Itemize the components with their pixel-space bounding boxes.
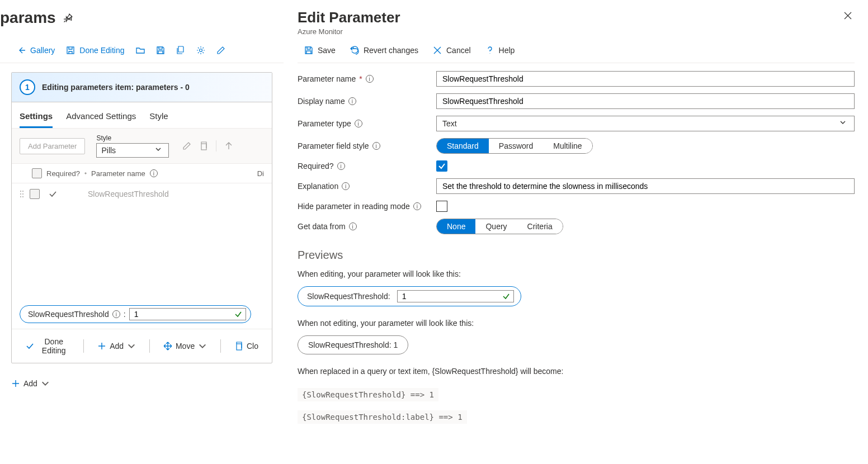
check-icon (25, 342, 34, 351)
label-get-data: Get data from (298, 222, 346, 231)
folder-open-icon (136, 46, 145, 55)
style-select[interactable]: Pills (96, 143, 169, 158)
chevron-down-icon (155, 146, 164, 155)
help-icon (485, 46, 494, 55)
drag-handle-icon[interactable] (20, 190, 25, 198)
checkmark-icon (502, 292, 510, 300)
get-data-group: None Query Criteria (436, 219, 563, 234)
save-icon-button[interactable] (150, 42, 171, 58)
done-editing-footer-button[interactable]: Done Editing (20, 335, 76, 357)
preview-nonediting-text: SlowRequestThreshold: 1 (308, 340, 398, 349)
pencil-icon-button[interactable] (211, 42, 231, 58)
floppy-icon (304, 46, 313, 55)
row-checkbox[interactable] (30, 189, 40, 199)
required-star: * (359, 74, 362, 83)
svg-rect-2 (201, 144, 206, 150)
close-icon (433, 46, 442, 55)
panel-title: Edit Parameter (298, 9, 400, 26)
chevron-down-icon (41, 379, 50, 388)
add-footer-button[interactable]: Add (92, 339, 141, 353)
copy-icon (234, 342, 243, 351)
add-parameter-button[interactable]: Add Parameter (20, 138, 85, 154)
label-param-type: Parameter type (298, 119, 351, 128)
help-button[interactable]: Help (479, 44, 522, 57)
hide-checkbox[interactable] (436, 201, 447, 212)
open-icon-button[interactable] (130, 42, 150, 58)
add-bottom-label: Add (23, 379, 37, 388)
gear-icon-button[interactable] (191, 42, 211, 58)
info-icon: i (413, 202, 421, 210)
add-bottom-button[interactable]: Add (11, 377, 55, 390)
save-label: Save (318, 46, 336, 55)
field-style-standard[interactable]: Standard (437, 139, 489, 153)
chevron-down-icon (127, 342, 136, 351)
tab-settings[interactable]: Settings (20, 109, 53, 128)
svg-rect-0 (67, 47, 74, 54)
undo-icon (350, 46, 359, 55)
svg-point-5 (22, 191, 23, 192)
gear-icon (196, 46, 205, 55)
get-data-none[interactable]: None (437, 219, 475, 234)
checkmark-icon (234, 310, 242, 318)
saveas-icon-button[interactable] (171, 42, 191, 58)
label-required: Required? (298, 162, 334, 171)
preview-replaced-hint: When replaced in a query or text item, {… (298, 367, 855, 376)
preview-editing-pill: SlowRequestThreshold: (298, 286, 521, 306)
tab-advanced[interactable]: Advanced Settings (66, 109, 136, 128)
copy-item-icon[interactable] (199, 141, 208, 150)
svg-point-7 (22, 193, 23, 195)
style-select-value: Pills (101, 146, 116, 155)
revert-label: Revert changes (364, 46, 418, 55)
section-title: Editing parameters item: parameters - 0 (42, 83, 190, 92)
chevron-down-icon (839, 119, 848, 128)
pill-value-input[interactable] (134, 310, 232, 319)
info-icon: i (150, 169, 158, 177)
close-icon[interactable] (841, 9, 855, 22)
plus-icon (97, 342, 106, 351)
get-data-criteria[interactable]: Criteria (517, 219, 563, 234)
style-label: Style (96, 134, 169, 142)
edit-item-icon[interactable] (182, 141, 191, 150)
move-footer-label: Move (176, 342, 195, 351)
move-footer-button[interactable]: Move (158, 339, 213, 353)
field-style-group: Standard Password Multiline (436, 138, 593, 154)
display-name-input[interactable] (436, 93, 855, 109)
get-data-query[interactable]: Query (475, 219, 517, 234)
preview-nonediting-pill: SlowRequestThreshold: 1 (298, 335, 408, 354)
param-name-input[interactable] (436, 71, 855, 87)
plus-icon (11, 379, 20, 388)
pin-icon[interactable] (64, 13, 73, 22)
label-hide: Hide parameter in reading mode (298, 202, 410, 211)
select-all-checkbox[interactable] (32, 168, 42, 178)
floppy-multi-icon (176, 46, 185, 55)
explanation-input[interactable] (436, 178, 855, 194)
gallery-label: Gallery (30, 46, 55, 55)
gallery-button[interactable]: Gallery (11, 42, 60, 58)
param-type-select[interactable]: Text (436, 116, 855, 131)
moveup-item-icon[interactable] (224, 141, 233, 150)
preview-editing-input[interactable] (402, 292, 500, 301)
table-row[interactable]: SlowRequestThreshold (12, 183, 272, 205)
save-button[interactable]: Save (298, 44, 342, 57)
done-editing-top-button[interactable]: Done Editing (60, 42, 130, 58)
cancel-button[interactable]: Cancel (426, 44, 478, 57)
tab-style[interactable]: Style (149, 109, 168, 128)
cancel-label: Cancel (446, 46, 471, 55)
clone-footer-label: Clo (247, 342, 258, 351)
field-style-password[interactable]: Password (489, 139, 543, 153)
label-field-style: Parameter field style (298, 141, 369, 150)
preview-code-1: {SlowRequestThreshold} ==> 1 (298, 388, 438, 401)
previews-title: Previews (298, 249, 855, 262)
info-icon: i (349, 222, 357, 230)
svg-rect-10 (237, 344, 242, 350)
col-name: Parameter name (91, 169, 145, 178)
check-icon (44, 190, 61, 198)
preview-nonediting-hint: When not editing, your parameter will lo… (298, 319, 855, 328)
row-param-name: SlowRequestThreshold (88, 190, 169, 198)
required-checkbox[interactable] (436, 160, 447, 172)
field-style-multiline[interactable]: Multiline (543, 139, 592, 153)
info-icon: i (366, 75, 374, 83)
clone-footer-button[interactable]: Clo (229, 339, 264, 353)
param-pill-editing[interactable]: SlowRequestThreshold i : (20, 305, 251, 323)
revert-button[interactable]: Revert changes (343, 44, 425, 57)
